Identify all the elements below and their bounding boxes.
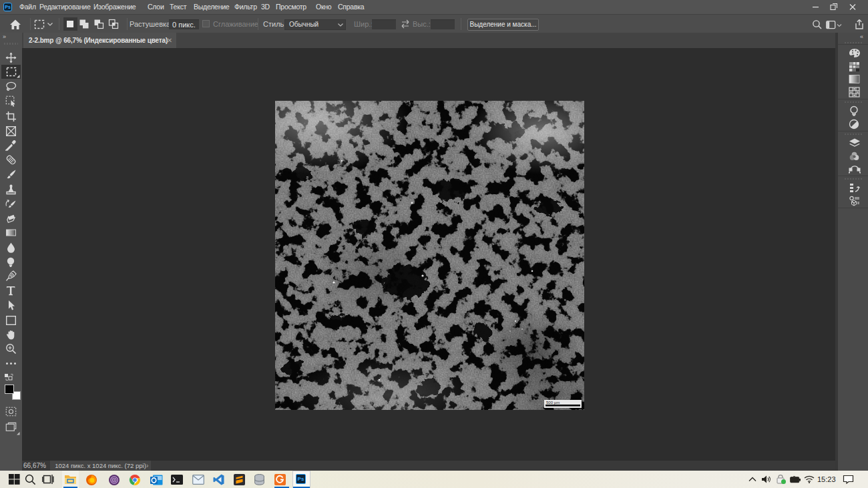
svg-text:500 µm: 500 µm [546,401,560,405]
